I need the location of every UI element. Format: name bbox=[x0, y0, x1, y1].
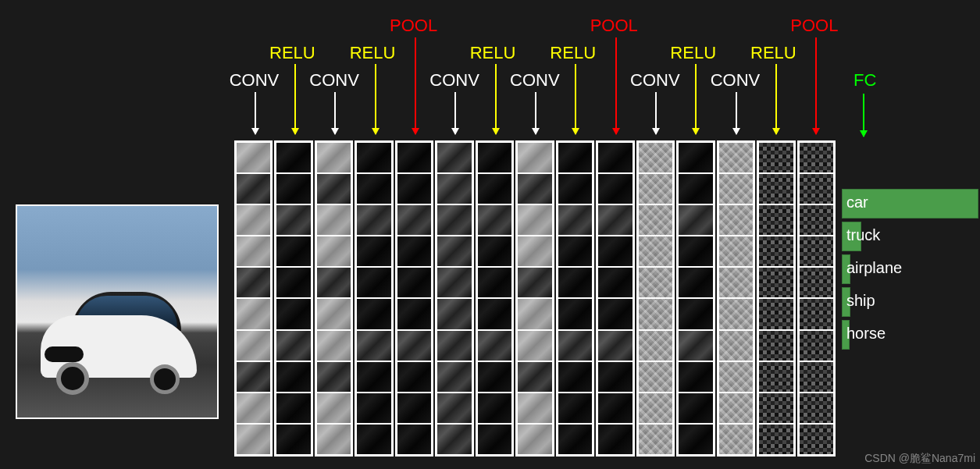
feature-tile bbox=[397, 299, 431, 329]
feature-tile bbox=[357, 268, 390, 297]
feature-column bbox=[274, 140, 312, 457]
feature-tile bbox=[679, 331, 712, 361]
conv-label: CONV bbox=[510, 70, 560, 91]
feature-tile bbox=[719, 331, 753, 361]
feature-tile bbox=[679, 362, 712, 392]
feature-tile bbox=[357, 143, 390, 172]
feature-tile bbox=[478, 425, 511, 454]
feature-tile bbox=[237, 393, 270, 423]
feature-tile bbox=[639, 362, 672, 392]
feature-tile bbox=[759, 174, 793, 204]
feature-tile bbox=[276, 362, 310, 392]
feature-tile bbox=[759, 205, 793, 235]
feature-tile bbox=[437, 268, 471, 297]
feature-tile bbox=[437, 425, 471, 454]
feature-tile bbox=[317, 268, 351, 297]
feature-tile bbox=[478, 143, 511, 172]
feature-tile bbox=[800, 425, 833, 454]
feature-tile bbox=[598, 393, 632, 423]
feature-tile bbox=[437, 205, 471, 235]
feature-column bbox=[315, 140, 353, 457]
feature-tile bbox=[357, 331, 390, 361]
feature-tile bbox=[518, 174, 551, 204]
layer-arrow bbox=[655, 92, 657, 134]
output-bar-label: truck bbox=[846, 226, 880, 244]
car-grille-shape bbox=[45, 346, 84, 362]
feature-tile bbox=[800, 174, 833, 204]
feature-tile bbox=[276, 236, 310, 266]
feature-tile bbox=[598, 174, 632, 204]
feature-tile bbox=[518, 362, 551, 392]
feature-tile bbox=[357, 236, 390, 266]
feature-tile bbox=[397, 174, 431, 204]
conv-label: CONV bbox=[309, 70, 359, 91]
feature-tile bbox=[719, 362, 753, 392]
layer-arrow bbox=[294, 64, 296, 134]
layer-arrow bbox=[695, 64, 697, 134]
pool-label: POOL bbox=[590, 16, 638, 36]
feature-column bbox=[676, 140, 715, 457]
feature-tile bbox=[679, 425, 712, 454]
feature-tile bbox=[759, 268, 793, 297]
layer-arrow bbox=[454, 92, 456, 134]
feature-tile bbox=[759, 331, 793, 361]
feature-tile bbox=[639, 331, 672, 361]
feature-column bbox=[476, 140, 514, 457]
feature-tile bbox=[639, 268, 672, 297]
output-bar-row: airplane bbox=[842, 254, 978, 284]
feature-tile bbox=[237, 331, 270, 361]
feature-tile bbox=[719, 205, 753, 235]
feature-tile bbox=[598, 362, 632, 392]
feature-column bbox=[717, 140, 755, 457]
feature-tile bbox=[598, 236, 632, 266]
feature-tile bbox=[397, 362, 431, 392]
output-bar-row: car bbox=[842, 189, 978, 219]
output-bar-row: horse bbox=[842, 320, 978, 350]
output-bar-label: airplane bbox=[846, 259, 902, 277]
feature-tile bbox=[800, 205, 833, 235]
feature-tile bbox=[357, 425, 390, 454]
feature-tile bbox=[679, 174, 712, 204]
feature-tile bbox=[558, 268, 592, 297]
feature-tile bbox=[759, 299, 793, 329]
layer-arrow bbox=[495, 64, 497, 134]
feature-tile bbox=[276, 205, 310, 235]
feature-tile bbox=[679, 393, 712, 423]
feature-tile bbox=[800, 299, 833, 329]
feature-tile bbox=[639, 205, 672, 235]
feature-tile bbox=[518, 299, 551, 329]
layer-labels-area: CONVRELUCONVRELUPOOLCONVRELUCONVRELUPOOL… bbox=[234, 0, 836, 140]
feature-tile bbox=[558, 174, 592, 204]
feature-column bbox=[636, 140, 675, 457]
feature-tile bbox=[478, 331, 511, 361]
pool-label: POOL bbox=[390, 16, 437, 36]
layer-arrow bbox=[375, 64, 376, 134]
feature-tile bbox=[478, 236, 511, 266]
feature-tile bbox=[317, 393, 351, 423]
feature-tile bbox=[558, 143, 592, 172]
feature-tile bbox=[518, 236, 551, 266]
feature-tile bbox=[598, 143, 632, 172]
feature-tile bbox=[800, 331, 833, 361]
layer-arrow bbox=[334, 92, 336, 134]
feature-tile bbox=[317, 425, 351, 454]
feature-tile bbox=[317, 236, 351, 266]
feature-tile bbox=[759, 143, 793, 172]
feature-tile bbox=[800, 236, 833, 266]
feature-tile bbox=[357, 299, 390, 329]
feature-tile bbox=[558, 331, 592, 361]
feature-column bbox=[395, 140, 433, 457]
feature-tile bbox=[397, 236, 431, 266]
feature-tile bbox=[639, 143, 672, 172]
feature-tile bbox=[679, 236, 712, 266]
output-bar-label: car bbox=[846, 194, 868, 211]
feature-column bbox=[515, 140, 554, 457]
feature-tile bbox=[679, 143, 712, 172]
feature-column bbox=[757, 140, 795, 457]
feature-tile bbox=[679, 205, 712, 235]
feature-column bbox=[355, 140, 393, 457]
feature-tile bbox=[639, 425, 672, 454]
feature-column bbox=[556, 140, 594, 457]
output-bar-label: ship bbox=[846, 292, 875, 310]
car-wheel-shape bbox=[150, 364, 180, 394]
